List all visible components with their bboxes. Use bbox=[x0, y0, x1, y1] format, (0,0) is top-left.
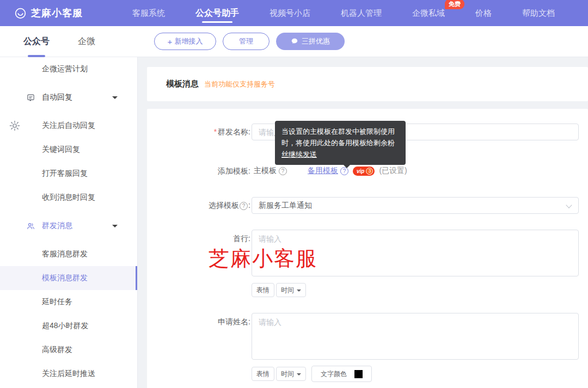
nav-item-1[interactable]: 公众号助手 bbox=[195, 0, 239, 26]
sidebar-item-label: 关注后自动回复 bbox=[42, 121, 95, 131]
tab-label: 企微 bbox=[78, 36, 95, 47]
add-connection-button[interactable]: + 新增接入 bbox=[154, 33, 216, 50]
page-note: 当前功能仅支持服务号 bbox=[204, 79, 275, 89]
emoji-button[interactable]: 表情 bbox=[252, 283, 274, 297]
time-label: 时间 bbox=[281, 369, 294, 379]
tab-label: 公众号 bbox=[23, 36, 50, 47]
toolbar: 公众号 企微 + 新增接入 管理 三拼优惠 bbox=[0, 26, 588, 57]
page-title: 模板消息 bbox=[166, 79, 199, 89]
sidebar-item-8[interactable]: 模板消息群发 bbox=[0, 266, 137, 290]
caret-down-icon bbox=[297, 373, 301, 375]
sidebar-item-13[interactable]: 群发SOP bbox=[0, 386, 137, 388]
tooltip-line: 当设置的主模板在群发中被限制使用 bbox=[281, 126, 399, 137]
emoji-label: 表情 bbox=[256, 286, 270, 295]
sidebar-item-9[interactable]: 延时任务 bbox=[0, 290, 137, 314]
first-line-textarea[interactable] bbox=[252, 230, 579, 276]
help-icon[interactable]: ? bbox=[279, 167, 287, 175]
page-header-card: 模板消息 当前功能仅支持服务号 bbox=[147, 67, 588, 101]
sidebar-item-4[interactable]: 打开客服回复 bbox=[0, 162, 137, 186]
caret-down-icon bbox=[297, 290, 301, 292]
sidebar-item-label: 超48小时群发 bbox=[42, 321, 89, 331]
emoji-button[interactable]: 表情 bbox=[252, 367, 274, 381]
time-button[interactable]: 时间 bbox=[276, 283, 306, 297]
text-color-label: 文字颜色 bbox=[321, 369, 347, 379]
vip-level: 3 bbox=[366, 168, 373, 175]
sidebar-group-6[interactable]: 群发消息 bbox=[0, 214, 137, 238]
smiley-logo-icon bbox=[14, 7, 27, 20]
sidebar-item-7[interactable]: 客服消息群发 bbox=[0, 242, 137, 266]
sidebar-group-1[interactable]: 自动回复 bbox=[0, 85, 137, 109]
nav-item-label: 企微私域 bbox=[412, 8, 445, 19]
color-swatch bbox=[354, 370, 363, 378]
required-mark: * bbox=[214, 127, 217, 136]
select-template-label: 选择模板?: bbox=[147, 197, 250, 214]
backup-template-tooltip: 当设置的主模板在群发中被限制使用 时，将使用此处的备用模板给剩余粉 丝继续发送 bbox=[275, 121, 406, 165]
tab-wecom[interactable]: 企微 bbox=[78, 26, 95, 57]
template-select-value: 新服务工单通知 bbox=[259, 201, 312, 211]
sidebar-item-label: 打开客服回复 bbox=[42, 169, 88, 178]
sidebar-item-3[interactable]: 关键词回复 bbox=[0, 138, 137, 162]
main-template-label: 主模板 bbox=[254, 166, 277, 176]
nav-item-label: 视频号小店 bbox=[270, 8, 310, 19]
sidebar-item-10[interactable]: 超48小时群发 bbox=[0, 314, 137, 338]
sidebar-item-label: 企微运营计划 bbox=[42, 64, 88, 74]
promo-label: 三拼优惠 bbox=[302, 36, 330, 46]
emoji-label: 表情 bbox=[256, 369, 270, 379]
top-navbar: 芝麻小客服 客服系统公众号助手视频号小店机器人管理企微私域免费价格帮助文档 bbox=[0, 0, 588, 26]
nav-item-label: 机器人管理 bbox=[341, 8, 382, 19]
brand-logo[interactable]: 芝麻小客服 bbox=[14, 0, 83, 26]
sidebar-item-label: 关键词回复 bbox=[42, 145, 80, 155]
sidebar-item-label: 关注后延时推送 bbox=[42, 369, 95, 379]
tab-official-account[interactable]: 公众号 bbox=[23, 26, 50, 57]
time-label: 时间 bbox=[281, 286, 294, 295]
manage-button[interactable]: 管理 bbox=[223, 33, 270, 50]
chat-icon bbox=[26, 93, 35, 102]
tooltip-line: 时，将使用此处的备用模板给剩余粉 bbox=[281, 137, 399, 149]
plus-icon: + bbox=[168, 38, 173, 46]
label-text: 选择模板 bbox=[209, 201, 239, 210]
sidebar-item-label: 自动回复 bbox=[42, 93, 72, 102]
chevron-down-icon bbox=[566, 202, 572, 208]
promo-button[interactable]: 三拼优惠 bbox=[276, 33, 345, 50]
nav-item-6[interactable]: 帮助文档 bbox=[522, 0, 555, 26]
nav-item-2[interactable]: 视频号小店 bbox=[270, 0, 310, 26]
broadcast-name-label: *群发名称: bbox=[147, 124, 250, 140]
sidebar-nav: 企微运营计划自动回复关注后自动回复关键词回复打开客服回复收到消息时回复群发消息客… bbox=[0, 57, 138, 388]
account-tabs: 公众号 企微 bbox=[23, 26, 95, 57]
time-button[interactable]: 时间 bbox=[276, 367, 306, 381]
nav-item-label: 帮助文档 bbox=[522, 8, 555, 19]
label-text: 添加模板: bbox=[218, 167, 250, 175]
app-window: 芝麻小客服 客服系统公众号助手视频号小店机器人管理企微私域免费价格帮助文档 公众… bbox=[0, 0, 588, 388]
sidebar-item-5[interactable]: 收到消息时回复 bbox=[0, 186, 137, 210]
sidebar-item-12[interactable]: 关注后延时推送 bbox=[0, 362, 137, 386]
sidebar-item-label: 延时任务 bbox=[42, 297, 72, 307]
toolbar-buttons: + 新增接入 管理 三拼优惠 bbox=[154, 33, 345, 50]
set-status: (已设置) bbox=[379, 166, 407, 176]
sidebar-item-0[interactable]: 企微运营计划 bbox=[0, 57, 137, 81]
help-icon[interactable]: ? bbox=[240, 202, 248, 210]
nav-item-0[interactable]: 客服系统 bbox=[132, 0, 165, 26]
free-badge: 免费 bbox=[445, 0, 464, 9]
brand-name: 芝麻小客服 bbox=[31, 7, 83, 20]
sidebar-item-label: 高级群发 bbox=[42, 345, 72, 355]
nav-item-label: 客服系统 bbox=[132, 8, 165, 19]
label-colon: : bbox=[248, 201, 250, 210]
template-select[interactable]: 新服务工单通知 bbox=[252, 197, 579, 214]
first-line-toolbar: 表情 时间 bbox=[252, 283, 308, 297]
nav-item-4[interactable]: 企微私域免费 bbox=[412, 0, 445, 26]
applicant-name-textarea[interactable] bbox=[252, 313, 579, 360]
chat-bubble-icon bbox=[291, 38, 298, 45]
first-line-label: 首行: bbox=[147, 234, 250, 244]
backup-template-link[interactable]: 备用模板 bbox=[308, 166, 338, 176]
sidebar-item-11[interactable]: 高级群发 bbox=[0, 338, 137, 362]
vip-text: vip bbox=[357, 168, 364, 174]
text-color-button[interactable]: 文字颜色 bbox=[311, 366, 372, 382]
sidebar-item-label: 模板消息群发 bbox=[42, 273, 88, 283]
sidebar-item-label: 收到消息时回复 bbox=[42, 193, 95, 202]
label-text: 群发名称: bbox=[218, 127, 250, 136]
main-nav: 客服系统公众号助手视频号小店机器人管理企微私域免费价格帮助文档 bbox=[132, 0, 555, 26]
nav-item-5[interactable]: 价格 bbox=[475, 0, 492, 26]
nav-item-label: 价格 bbox=[475, 8, 492, 19]
nav-item-3[interactable]: 机器人管理 bbox=[341, 0, 382, 26]
settings-gear-icon[interactable] bbox=[9, 120, 21, 132]
